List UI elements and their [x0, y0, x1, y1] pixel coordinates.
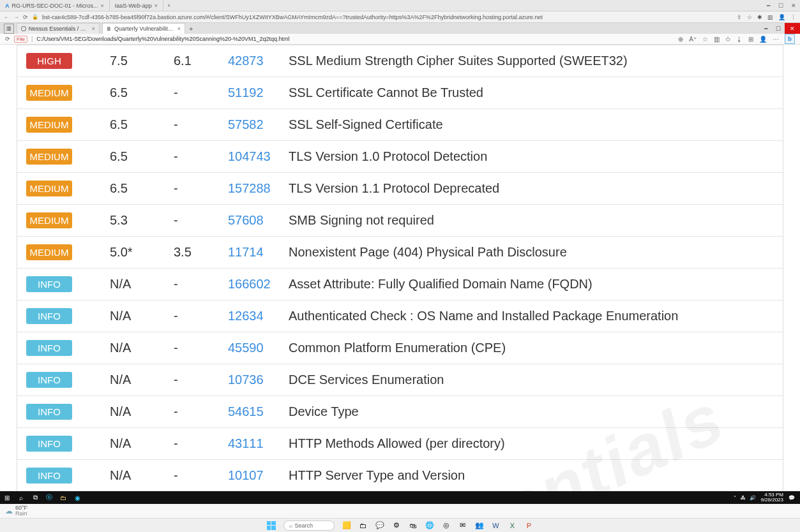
inner-tab-0[interactable]: Nessus Essentials / Folders / Vie... × [17, 23, 100, 34]
tab-actions-button[interactable]: ▥ [4, 24, 14, 34]
search-icon: ⌕ [289, 522, 292, 529]
plugin-link[interactable]: 57608 [228, 213, 264, 227]
inner-tab-1[interactable]: 🗎 Quarterly Vulnerability Scanning × [102, 23, 185, 34]
inner-tab-label: Quarterly Vulnerability Scanning [114, 26, 175, 32]
sound-icon[interactable]: 🔊 [748, 495, 758, 501]
maximize-button[interactable]: ☐ [774, 0, 787, 11]
outlook-icon[interactable]: ✉ [458, 521, 467, 530]
outer-tab-1[interactable]: IaaS-Web-app × [110, 0, 163, 11]
zoom-icon[interactable]: ⊕ [678, 36, 683, 43]
excel-icon[interactable]: X [508, 521, 517, 530]
close-button[interactable]: ✕ [785, 23, 800, 34]
cvss3-score: - [174, 373, 228, 387]
new-tab-button[interactable]: + [163, 3, 174, 9]
cvss3-score: - [174, 117, 228, 132]
plugin-link[interactable]: 54615 [228, 404, 264, 418]
collections-icon[interactable]: ▥ [714, 36, 720, 43]
file-explorer-icon[interactable]: 🗀 [359, 521, 368, 530]
close-icon[interactable]: × [155, 3, 158, 9]
close-icon[interactable]: × [92, 26, 95, 32]
cvss3-score: - [174, 468, 228, 483]
close-icon[interactable]: × [101, 3, 104, 9]
downloads-icon[interactable]: ⭳ [736, 36, 743, 43]
vulnerability-row: INFON/A-10736DCE Services Enumeration [17, 364, 783, 395]
plugin-link[interactable]: 12634 [228, 309, 264, 323]
favorites-bar-icon[interactable]: ✩ [725, 36, 730, 43]
cvss2-score: N/A [110, 404, 174, 419]
lock-icon: 🔒 [32, 14, 38, 20]
vulnerability-name: Authenticated Check : OS Name and Instal… [289, 309, 783, 323]
taskbar-search[interactable]: ⌕ Search [283, 521, 335, 531]
network-icon[interactable]: 🖧 [739, 495, 748, 501]
outer-browser-titlebar: A RG-URS-SEC-DOC-01 - Micros... × IaaS-W… [0, 0, 800, 11]
maximize-button[interactable]: ☐ [772, 23, 785, 34]
taskbar-app-icon[interactable]: 🟨 [342, 521, 351, 530]
plugin-link[interactable]: 57582 [228, 117, 264, 131]
reload-icon[interactable]: ⟳ [23, 14, 28, 20]
plugin-link[interactable]: 43111 [228, 436, 264, 450]
plugin-link[interactable]: 10107 [228, 468, 264, 482]
task-view-button[interactable]: ⧉ [28, 491, 42, 504]
plugin-link[interactable]: 157288 [228, 181, 271, 195]
file-explorer-icon[interactable]: 🗀 [56, 491, 70, 504]
menu-icon[interactable]: ⋯ [773, 36, 779, 43]
start-button[interactable]: ⊞ [0, 491, 14, 504]
vulnerability-row: INFON/A-12634Authenticated Check : OS Na… [17, 300, 783, 332]
minimize-button[interactable]: ━ [762, 0, 774, 11]
share-icon[interactable]: ⇪ [737, 14, 742, 20]
back-icon[interactable]: ← [4, 14, 10, 20]
chrome-icon[interactable]: ◎ [442, 521, 451, 530]
favorite-icon[interactable]: ☆ [702, 36, 708, 43]
forward-icon[interactable]: → [13, 14, 19, 20]
ie-icon[interactable]: ⓔ [42, 491, 56, 504]
notifications-icon[interactable]: 💬 [786, 495, 797, 501]
vulnerability-name: SSL Medium Strength Cipher Suites Suppor… [289, 54, 783, 68]
reload-icon[interactable]: ⟳ [5, 36, 10, 42]
cvss2-score: N/A [110, 468, 174, 483]
powerpoint-icon[interactable]: P [525, 521, 534, 530]
windows-start-button[interactable] [267, 521, 276, 530]
vulnerability-name: SSL Certificate Cannot Be Trusted [289, 85, 783, 100]
plugin-link[interactable]: 104743 [228, 149, 271, 163]
plugin-link[interactable]: 45590 [228, 341, 264, 355]
teams-icon[interactable]: 👥 [475, 521, 484, 530]
outer-tab-0[interactable]: A RG-URS-SEC-DOC-01 - Micros... × [0, 0, 110, 11]
extension-icon[interactable]: ✱ [757, 14, 762, 20]
vulnerability-name: HTTP Methods Allowed (per directory) [289, 436, 783, 451]
vulnerability-row: INFON/A-43111HTTP Methods Allowed (per d… [17, 427, 783, 459]
plugin-link[interactable]: 166602 [228, 277, 271, 291]
search-button[interactable]: ⌕ [14, 491, 28, 504]
profile-icon[interactable]: 👤 [759, 36, 767, 43]
inner-url-text[interactable]: C:/Users/VM1-SEG/Downloads/Quarterly%20V… [36, 36, 674, 42]
close-icon[interactable]: × [177, 26, 181, 32]
vulnerability-name: SSL Self-Signed Certificate [289, 117, 783, 132]
profile-icon[interactable]: 👤 [778, 14, 785, 20]
cvss3-score: 3.5 [174, 245, 228, 260]
menu-icon[interactable]: ⋮ [790, 14, 796, 20]
favorite-icon[interactable]: ☆ [747, 14, 752, 20]
vulnerability-name: Device Type [289, 404, 783, 419]
plugin-link[interactable]: 42873 [228, 54, 264, 68]
minimize-button[interactable]: ━ [759, 23, 772, 34]
bing-sidebar-button[interactable]: b [785, 34, 795, 44]
edge-icon[interactable]: ◉ [70, 491, 84, 504]
chat-icon[interactable]: 💬 [375, 521, 384, 530]
store-icon[interactable]: 🛍 [409, 521, 418, 530]
host-weather-bar[interactable]: ☁ 60°F Rain [0, 504, 800, 518]
edge-icon[interactable]: 🌐 [425, 521, 434, 530]
chevron-up-icon[interactable]: ˄ [731, 495, 739, 501]
plugin-link[interactable]: 10736 [228, 373, 264, 387]
clock[interactable]: 4:53 PM 9/28/2023 [758, 492, 786, 503]
read-aloud-icon[interactable]: A⁺ [689, 36, 697, 43]
extensions-icon[interactable]: ⊞ [748, 36, 753, 43]
vulnerability-name: TLS Version 1.1 Protocol Deprecated [289, 181, 783, 196]
vulnerability-name: Common Platform Enumeration (CPE) [289, 341, 783, 355]
plugin-link[interactable]: 51192 [228, 85, 264, 100]
word-icon[interactable]: W [492, 521, 501, 530]
inner-new-tab-button[interactable]: + [185, 25, 197, 33]
plugin-link[interactable]: 11714 [228, 245, 264, 259]
outer-url-text[interactable]: bst-cae4c589-7cdf-4356-b785-bea45f90f72a… [42, 14, 733, 20]
reading-list-icon[interactable]: ▥ [767, 14, 773, 20]
close-button[interactable]: ✕ [787, 0, 800, 11]
settings-icon[interactable]: ⚙ [392, 521, 401, 530]
